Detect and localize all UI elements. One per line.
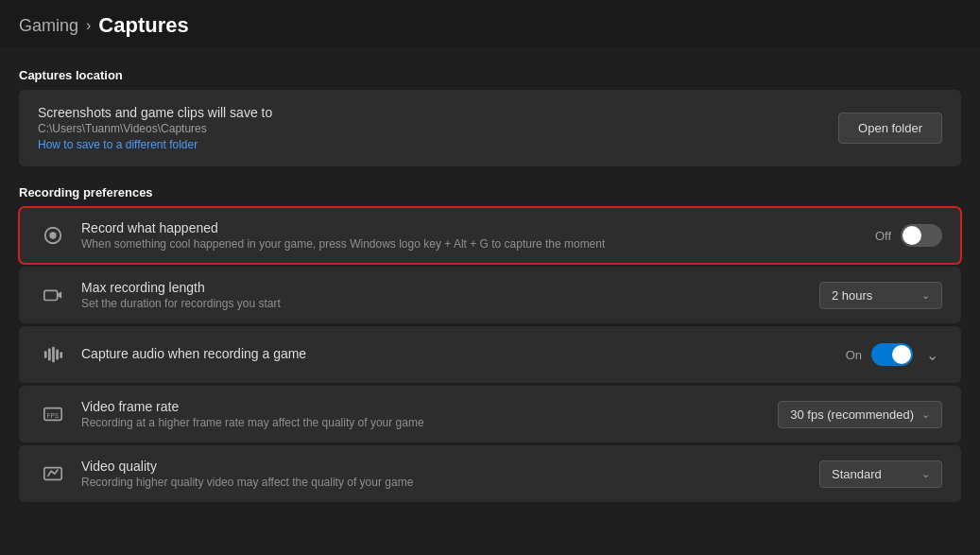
record-toggle-label: Off xyxy=(875,229,891,243)
video-frame-rate-dropdown-value: 30 fps (recommended) xyxy=(790,408,914,422)
location-link[interactable]: How to save to a different folder xyxy=(38,138,272,151)
max-recording-length-row: Max recording length Set the duration fo… xyxy=(19,267,961,323)
record-what-happened-text: Record what happened When something cool… xyxy=(81,220,605,251)
svg-rect-11 xyxy=(44,468,61,480)
video-frame-rate-control: 30 fps (recommended) ⌄ xyxy=(778,401,942,428)
max-recording-subtitle: Set the duration for recordings you star… xyxy=(81,297,281,310)
video-quality-control: Standard ⌄ xyxy=(819,460,942,488)
video-frame-rate-row: FPS Video frame rate Recording at a high… xyxy=(19,386,961,442)
video-frame-rate-dropdown[interactable]: 30 fps (recommended) ⌄ xyxy=(778,401,942,428)
captures-location-label: Captures location xyxy=(19,57,961,90)
capture-audio-control: On ⌄ xyxy=(846,342,942,368)
max-recording-dropdown[interactable]: 2 hours ⌄ xyxy=(819,282,942,309)
recording-preferences-label: Recording preferences xyxy=(19,170,961,207)
record-icon xyxy=(38,220,68,251)
svg-rect-7 xyxy=(56,350,59,360)
chevron-down-icon: ⌄ xyxy=(921,408,930,421)
captures-location-card: Screenshots and game clips will save to … xyxy=(19,90,961,166)
camera-icon xyxy=(38,280,68,310)
video-quality-dropdown-value: Standard xyxy=(832,467,882,481)
capture-audio-toggle-thumb xyxy=(892,345,911,364)
video-frame-rate-title: Video frame rate xyxy=(81,399,424,414)
record-toggle-track xyxy=(901,224,942,247)
open-folder-button[interactable]: Open folder xyxy=(838,113,942,144)
capture-audio-text: Capture audio when recording a game xyxy=(81,346,306,363)
video-quality-left: Video quality Recording higher quality v… xyxy=(38,459,413,489)
location-info: Screenshots and game clips will save to … xyxy=(38,105,272,151)
svg-text:FPS: FPS xyxy=(47,412,59,419)
svg-rect-8 xyxy=(60,352,62,357)
record-what-happened-subtitle: When something cool happened in your gam… xyxy=(81,237,605,251)
capture-audio-expand-button[interactable]: ⌄ xyxy=(922,342,942,368)
capture-audio-toggle-label: On xyxy=(846,348,862,362)
record-what-happened-row: Record what happened When something cool… xyxy=(19,207,961,264)
svg-rect-2 xyxy=(44,290,58,300)
capture-audio-toggle[interactable] xyxy=(871,343,913,366)
capture-audio-row: Capture audio when recording a game On ⌄ xyxy=(19,326,961,383)
capture-audio-title: Capture audio when recording a game xyxy=(81,346,306,361)
svg-rect-5 xyxy=(48,349,51,361)
record-what-happened-control: Off xyxy=(875,224,942,247)
breadcrumb-current: Captures xyxy=(98,13,188,38)
record-toggle[interactable] xyxy=(901,224,942,247)
capture-audio-left: Capture audio when recording a game xyxy=(38,339,306,370)
max-recording-title: Max recording length xyxy=(81,280,281,295)
fps-icon: FPS xyxy=(38,399,68,429)
location-title: Screenshots and game clips will save to xyxy=(38,105,272,120)
video-quality-row: Video quality Recording higher quality v… xyxy=(19,445,961,502)
video-quality-text: Video quality Recording higher quality v… xyxy=(81,459,413,489)
record-what-happened-left: Record what happened When something cool… xyxy=(38,220,605,251)
max-recording-text: Max recording length Set the duration fo… xyxy=(81,280,281,310)
location-path: C:\Users\Tuanm\Videos\Captures xyxy=(38,122,272,135)
video-frame-rate-left: FPS Video frame rate Recording at a high… xyxy=(38,399,424,429)
audio-icon xyxy=(38,339,68,370)
breadcrumb-parent[interactable]: Gaming xyxy=(19,16,78,36)
breadcrumb-separator: › xyxy=(86,17,91,34)
video-frame-rate-subtitle: Recording at a higher frame rate may aff… xyxy=(81,416,424,429)
video-quality-subtitle: Recording higher quality video may affec… xyxy=(81,476,413,489)
svg-rect-6 xyxy=(52,347,55,363)
breadcrumb: Gaming › Captures xyxy=(0,0,980,47)
chevron-down-icon: ⌄ xyxy=(921,289,930,302)
max-recording-left: Max recording length Set the duration fo… xyxy=(38,280,281,310)
svg-point-1 xyxy=(49,232,56,238)
max-recording-control: 2 hours ⌄ xyxy=(819,282,942,309)
video-quality-dropdown[interactable]: Standard ⌄ xyxy=(819,460,942,488)
video-frame-rate-text: Video frame rate Recording at a higher f… xyxy=(81,399,424,429)
chevron-down-icon: ⌄ xyxy=(921,468,930,480)
record-toggle-thumb xyxy=(903,226,921,245)
main-content: Captures location Screenshots and game c… xyxy=(0,47,980,514)
record-what-happened-title: Record what happened xyxy=(81,220,605,235)
capture-audio-toggle-track xyxy=(871,343,913,366)
svg-rect-4 xyxy=(44,351,47,357)
max-recording-dropdown-value: 2 hours xyxy=(832,288,872,303)
video-quality-title: Video quality xyxy=(81,459,413,474)
quality-icon xyxy=(38,459,68,489)
